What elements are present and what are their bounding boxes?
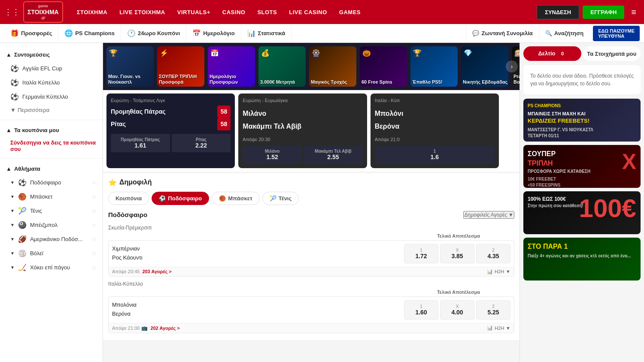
odd-team1-button[interactable]: Μιλάνο 1.52 <box>243 145 302 164</box>
sidebar-item-volleyball[interactable]: ▼ 🏐 Βόλεϊ ☆ <box>0 246 103 260</box>
promo-card-triple[interactable]: ΣΟΥΠΕΡ ΤΡΙΠΛΗ ΠΡΟΣΦΟΡΑ ΧΩΡΙΣ ΚΑΤΑΘΕΣΗ 10… <box>523 145 641 188</box>
nav-24h-coupon[interactable]: 🕐 24ωρο Κουπόνι <box>121 24 186 42</box>
banner-super-triple[interactable]: ⚡ ΣΟΥΠΕΡ ΤΡΙΠΛΗ Προσφορά <box>157 46 204 87</box>
screen-icon: 📺 <box>141 325 148 331</box>
main-layout: ▲ Συντομεύσεις ⚽ Αγγλία EFL Cup ⚽ Ιταλία… <box>0 43 644 362</box>
nav-slots[interactable]: SLOTS <box>252 6 282 18</box>
markets-count[interactable]: 203 Αγορές > <box>142 269 171 274</box>
search-button[interactable]: 🔍 Αναζήτηση <box>539 24 589 43</box>
sports-header[interactable]: ▲ Αθλήματα <box>0 162 103 175</box>
odd-2-button[interactable]: 2 5.25 <box>476 300 510 320</box>
nav-casino[interactable]: CASINO <box>217 6 251 18</box>
nav-virtuals[interactable]: VIRTUALS+ <box>172 6 216 18</box>
baseball-icon: 🎱 <box>18 221 27 229</box>
odd-label: 1 <box>407 248 435 253</box>
coupon-24h-label: 24ωρο Κουπόνι <box>138 30 180 36</box>
nav-calendar[interactable]: 📅 Ημερολόγιο <box>186 24 241 42</box>
odd-1-button[interactable]: 1 1.72 <box>404 244 438 263</box>
stats-label: Στατιστικά <box>258 30 286 36</box>
favorite-icon: ☆ <box>92 250 97 256</box>
odd-team2-button[interactable]: Μακάμπι Τελ Αβίβ 2.55 <box>304 145 363 164</box>
banner-next-button[interactable]: › <box>506 60 518 72</box>
match-time: Απόψε 20:45 <box>112 269 140 274</box>
betslip-tab[interactable]: Δελτίο 0 <box>523 46 581 61</box>
banner-ps5[interactable]: 🏆 Έπαθλο PS5! <box>410 46 458 87</box>
odd-val: 5.25 <box>479 309 507 316</box>
sidebar-more[interactable]: ▼ Περισσότερα <box>0 104 103 116</box>
sidebar-item-hockey[interactable]: ▼ 🏒 Χόκει επί πάγου ☆ <box>0 260 103 275</box>
nav-statistics[interactable]: 📊 Στατιστικά <box>241 24 292 42</box>
nav-stoixima[interactable]: ΣΤΟΙΧΗΜΑ <box>72 6 113 18</box>
banner-cash[interactable]: 💰 3.000€ Μετρητά <box>258 46 306 87</box>
ps-label: PS Champions <box>75 30 115 36</box>
nav-ps-champions[interactable]: 🌐 PS Champions <box>58 24 121 42</box>
tab-basketball[interactable]: 🏀 Μπάσκετ <box>212 192 260 205</box>
sidebar-item-american-football[interactable]: ▼ 🏈 Αμερικάνικο Ποδόσ... ☆ <box>0 232 103 246</box>
register-button[interactable]: ΕΓΓΡΑΦΗ <box>583 6 624 19</box>
logo[interactable]: game ΣΤΟΙΧΗΜΑ .gr <box>23 1 63 23</box>
coupon-login-link[interactable]: Σύνδεσηγια να δεις τα κουπόνια σου <box>0 137 103 155</box>
sidebar-item-england[interactable]: ⚽ Αγγλία EFL Cup <box>0 61 103 75</box>
promo-card-100[interactable]: 100% ΕΩΣ 100€ Στην πρώτη σου κατάθεση! 1… <box>523 191 641 234</box>
sidebar-item-germany[interactable]: ⚽ Γερμανία Κύπελλο <box>0 90 103 104</box>
odd-x-button[interactable]: X 3.85 <box>440 244 474 263</box>
sidebar-item-basketball[interactable]: ▼ 🏀 Μπάσκετ ☆ <box>0 190 103 204</box>
search-label: Αναζήτηση <box>554 30 583 36</box>
sports-label: Αθλήματα <box>14 166 40 172</box>
popular-section: ⭐ Δημοφιλή Κουπόνια ⚽ Ποδόσφαιρο 🏀 Μπάσκ… <box>103 173 519 340</box>
live-section: Ευρώπη - Τσάμπιονς Λιγκ Προμηθέας Πάτρας… <box>103 90 519 172</box>
coupons-header[interactable]: ▲ Τα κουπόνια μου <box>0 124 103 137</box>
banner-free-spins[interactable]: 🎃 60 Free Spins <box>360 46 407 87</box>
nav-offers[interactable]: 🎁 Προσφορές <box>4 24 58 42</box>
sidebar-item-italy[interactable]: ⚽ Ιταλία Κύπελλο <box>0 75 103 90</box>
match-time: Απόψε 21:0 <box>375 137 495 142</box>
popular-markets-button[interactable]: Δημοφιλείς Αγορές ▼ <box>463 211 514 219</box>
banner-winner[interactable]: 💎 Νικητής Εβδομάδας <box>461 46 508 87</box>
sidebar-item-tennis[interactable]: ▼ 🎾 Τένις ☆ <box>0 204 103 218</box>
grid-icon[interactable]: ⋮⋮ <box>4 7 20 17</box>
odd-2-button[interactable]: 2 4.35 <box>476 244 510 263</box>
promo-card-ps[interactable]: PS CHAMPIONS ΜΠΑΙΝΕΙΣ ΣΤΗ ΜΑΧΗ ΚΑΙ ΚΕΡΔΙ… <box>523 99 641 142</box>
chevron-down-icon: ▼ <box>10 237 15 241</box>
banner-row: 🏆 Μαν. Γιουν. vs Νιούκαστλ ⚡ ΣΟΥΠΕΡ ΤΡΙΠ… <box>103 43 519 90</box>
h2h-button[interactable]: 📊 H2H ▼ <box>487 269 510 275</box>
hamburger-menu[interactable]: ≡ <box>628 6 640 19</box>
odd-1-button[interactable]: 1 1.60 <box>404 300 438 320</box>
odd-val: 4.00 <box>443 309 471 316</box>
match-odds: 1 1.6 <box>375 145 495 164</box>
odd-x-button[interactable]: X 4.00 <box>440 300 474 320</box>
banner-wheel[interactable]: 🎡 Μαγικός Τροχός <box>309 46 356 87</box>
tennis-label: Τένις <box>30 208 42 214</box>
sidebar-item-baseball[interactable]: ▼ 🎱 Μπέιζμπολ ☆ <box>0 218 103 232</box>
eao-button[interactable]: ΕΔΩ ΠΑΙΖΟΥΜΕ ΥΠΕΥΘΥΝΑ <box>593 26 640 41</box>
gem-icon: 💎 <box>464 49 472 57</box>
match-odds: Μιλάνο 1.52 Μακάμπι Τελ Αβίβ 2.55 <box>243 145 362 164</box>
odd-team2-button[interactable]: Ρίτας 2.22 <box>172 134 231 152</box>
shortcuts-header[interactable]: ▲ Συντομεύσεις <box>0 48 103 61</box>
banner-label: 3.000€ Μετρητά <box>260 79 295 85</box>
login-button[interactable]: ΣΥΝΔΕΣΗ <box>537 5 579 19</box>
live-chat-button[interactable]: 💬 Ζωντανή Συνομιλία <box>466 24 538 43</box>
my-bets-tab[interactable]: Τα Στοιχήματά μου <box>583 46 641 61</box>
nav-live-casino[interactable]: LIVE CASINO <box>284 6 332 18</box>
banner-ps-champions[interactable]: 🏆 Μαν. Γιουν. vs Νιούκαστλ <box>106 46 154 87</box>
banner-label: Pragmatic Buy Bonus <box>513 74 519 85</box>
banner-label: Έπαθλο PS5! <box>412 79 442 85</box>
nav-games[interactable]: GAMES <box>334 6 366 18</box>
tab-tennis[interactable]: 🎾 Τένις <box>262 192 299 205</box>
hockey-icon: 🏒 <box>18 263 27 272</box>
promo-card-para[interactable]: ΣΤΟ ΠΑΡΑ 1 Παίξε 4+ αγώνες και αν χάσεις… <box>523 238 641 281</box>
betslip-empty-message: Το δελτίο σου είναι άδειο. Πρόσθεσε επιλ… <box>523 65 641 94</box>
live-next-button[interactable]: › <box>502 124 516 138</box>
eao-line1: ΕΔΩ ΠΑΙΖΟΥΜΕ <box>598 28 635 33</box>
chevron-down-icon: ▼ <box>10 180 15 185</box>
sidebar-item-football[interactable]: ▼ ⚽ Ποδόσφαιρο ☆ <box>0 175 103 190</box>
tab-football[interactable]: ⚽ Ποδόσφαιρο <box>152 192 209 205</box>
tab-coupons[interactable]: Κουπόνια <box>108 192 149 205</box>
banner-calendar[interactable]: 📅 Ημερολόγιο Προσφορών <box>208 46 255 87</box>
nav-live-stoixima[interactable]: LIVE ΣΤΟΙΧΗΜΑ <box>114 6 170 18</box>
odd-button[interactable]: 1 1.6 <box>375 145 495 164</box>
markets-count[interactable]: 202 Αγορές > <box>150 326 179 331</box>
odd-team1-button[interactable]: Προμηθέας Πάτρας 1.61 <box>111 134 170 152</box>
h2h-button[interactable]: 📊 H2H ▼ <box>487 325 510 331</box>
